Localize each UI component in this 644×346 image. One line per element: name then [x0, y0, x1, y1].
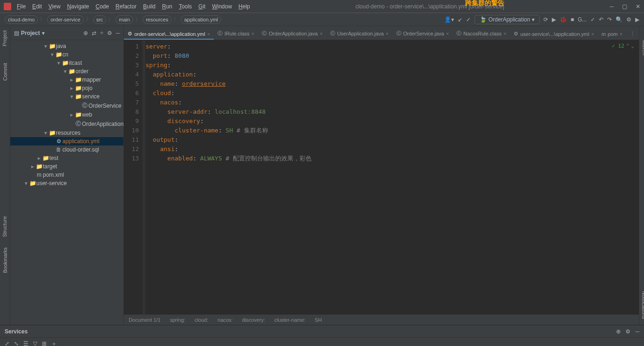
run-config-selector[interactable]: 🍃 OrderApplication ▾ — [475, 15, 540, 24]
collapse-icon[interactable]: ÷ — [100, 30, 103, 36]
tabs-more[interactable]: ⋮ — [626, 29, 639, 40]
user-icon[interactable]: 👤▾ — [444, 16, 454, 23]
maven-tool-button[interactable]: Maven — [641, 40, 644, 55]
tab-nacosrule-class[interactable]: ⒸNacosRule.class× — [453, 28, 510, 40]
search-icon[interactable]: 🔍 — [616, 16, 623, 23]
update-icon[interactable]: ↙ — [458, 16, 462, 23]
left-tool-stripe: Project Commit Structure Bookmarks — [0, 26, 10, 325]
minimize-icon[interactable]: ─ — [610, 3, 614, 10]
editor-tabs: ⚙order-service\...\application.yml×ⒸIRul… — [124, 26, 638, 40]
tree-item-user-service[interactable]: ▾📁user-service — [10, 179, 123, 187]
inspection-widget[interactable]: ✓ 12 ⌃ ⌄ — [612, 43, 634, 49]
tab-order-service-application-yml[interactable]: ⚙order-service\...\application.yml× — [124, 29, 214, 40]
tree-item-web[interactable]: ▸📁web — [10, 111, 123, 119]
menu-refactor[interactable]: Refactor — [115, 3, 136, 10]
tab-pom[interactable]: mpom× — [598, 29, 626, 40]
code-crumb[interactable]: nacos: — [217, 317, 232, 323]
menu-file[interactable]: File — [17, 3, 26, 10]
services-title: Services — [5, 328, 616, 335]
view-icon[interactable]: ⊞ — [42, 340, 47, 346]
tree-item-pom-xml[interactable]: mpom.xml — [10, 171, 123, 179]
notifications-tool-button[interactable]: Notifications — [641, 291, 644, 319]
tab-userapplication-java[interactable]: ⒸUserApplication.java× — [326, 28, 393, 40]
tree-item-pojo[interactable]: ▸📁pojo — [10, 84, 123, 92]
tree-item-application-yml[interactable]: ⚙application.yml — [10, 137, 123, 145]
close-icon[interactable]: ✕ — [636, 3, 640, 10]
menu-window[interactable]: Window — [212, 3, 232, 10]
hide-icon[interactable]: ─ — [116, 30, 120, 36]
project-tree[interactable]: ▾📁java▾📁cn▾📁itcast▾📁order▸📁mapper▸📁pojo▾… — [10, 40, 123, 325]
hide-icon[interactable]: ─ — [635, 328, 639, 335]
tree-item-orderapplication[interactable]: ⒸOrderApplication — [10, 119, 123, 129]
tree-item-cloud-order-sql[interactable]: 🗎cloud-order.sql — [10, 145, 123, 154]
code-crumb[interactable]: Document 1/1 — [129, 317, 160, 323]
group-icon[interactable]: ☰ — [23, 340, 28, 346]
settings-icon[interactable]: ⚙ — [626, 16, 631, 23]
code-lines[interactable]: server: port: 8080spring: application: n… — [145, 40, 638, 314]
menu-view[interactable]: View — [48, 3, 61, 10]
tree-item-target[interactable]: ▸📁target — [10, 162, 123, 171]
reload-icon[interactable]: ⟳ — [543, 16, 548, 23]
gear-icon[interactable]: ⚙ — [107, 30, 112, 36]
expand-all-icon[interactable]: ⤢ — [5, 340, 9, 346]
right-tool-stripe: Maven Notifications — [639, 26, 644, 325]
gear-icon[interactable]: ⚙ — [625, 328, 630, 335]
crumb-1[interactable]: order-service — [47, 15, 83, 24]
tree-item-java[interactable]: ▾📁java — [10, 42, 123, 50]
tree-item-cn[interactable]: ▾📁cn — [10, 50, 123, 59]
tree-item-test[interactable]: ▸📁test — [10, 154, 123, 162]
commit-tool-button[interactable]: Commit — [2, 63, 8, 81]
stop-icon[interactable]: ■ — [570, 16, 574, 23]
menu-build[interactable]: Build — [143, 3, 156, 10]
filter-icon[interactable]: ▽ — [33, 340, 37, 346]
code-crumb[interactable]: spring: — [170, 317, 185, 323]
tab-irule-class[interactable]: ⒸIRule.class× — [214, 28, 258, 40]
maximize-icon[interactable]: ▢ — [622, 3, 627, 10]
menu-help[interactable]: Help — [238, 3, 250, 10]
back-nav-icon[interactable]: ↶ — [599, 16, 603, 23]
project-tool-window: ▤ Project ▾ ⊕ ⇄ ÷ ⚙ ─ ▾📁java▾📁cn▾📁itcast… — [10, 26, 124, 325]
menu-navigate[interactable]: Navigate — [67, 3, 89, 10]
tree-item-resources[interactable]: ▾📁resources — [10, 129, 123, 137]
tab-orderservice-java[interactable]: ⒸOrderService.java× — [393, 28, 453, 40]
git-icon[interactable]: G... — [578, 16, 587, 23]
code-editor[interactable]: ✓ 12 ⌃ ⌄ 12345678910111213 server: port:… — [124, 40, 638, 314]
code-crumb[interactable]: cloud: — [195, 317, 208, 323]
menu-edit[interactable]: Edit — [32, 3, 42, 10]
debug-icon[interactable]: 🐞 — [560, 16, 567, 23]
breadcrumb-bar[interactable]: Document 1/1spring:cloud:nacos:discovery… — [124, 314, 638, 325]
menu-code[interactable]: Code — [95, 3, 109, 10]
code-crumb[interactable]: SH — [315, 317, 322, 323]
run-icon[interactable]: ▶ — [552, 16, 556, 23]
select-target-icon[interactable]: ⊕ — [83, 30, 88, 36]
chevron-down-icon[interactable]: ▾ — [42, 30, 45, 36]
tree-item-order[interactable]: ▾📁order — [10, 67, 123, 76]
menu-tools[interactable]: Tools — [179, 3, 192, 10]
tree-item-itcast[interactable]: ▾📁itcast — [10, 59, 123, 67]
code-crumb[interactable]: discovery: — [242, 317, 265, 323]
tree-item-service[interactable]: ▾📁service — [10, 92, 123, 101]
bookmarks-tool-button[interactable]: Bookmarks — [2, 247, 8, 273]
menu-run[interactable]: Run — [162, 3, 172, 10]
check-icon[interactable]: ✓ — [590, 16, 595, 23]
menu-git[interactable]: Git — [198, 3, 205, 10]
target-icon[interactable]: ⊕ — [616, 328, 621, 335]
commit-icon[interactable]: ✓ — [466, 16, 471, 23]
structure-tool-button[interactable]: Structure — [2, 216, 8, 237]
tree-item-mapper[interactable]: ▸📁mapper — [10, 76, 123, 84]
project-tool-button[interactable]: Project — [2, 30, 8, 46]
crumb-3[interactable]: main — [115, 15, 133, 24]
tab-orderapplication-java[interactable]: ⒸOrderApplication.java× — [258, 28, 326, 40]
crumb-2[interactable]: src — [93, 15, 107, 24]
code-crumb[interactable]: cluster-name: — [274, 317, 305, 323]
crumb-4[interactable]: resources — [142, 15, 171, 24]
collapse-all-icon[interactable]: ⤡ — [14, 340, 19, 346]
tree-item-orderservice[interactable]: ⒸOrderService — [10, 101, 123, 111]
play-icon[interactable]: ▶ — [635, 16, 639, 23]
crumb-5[interactable]: application.yml — [181, 15, 221, 24]
tab-user-service-application-yml[interactable]: ⚙user-service\...\application.yml× — [510, 29, 597, 40]
forward-nav-icon[interactable]: ↷ — [607, 16, 612, 23]
expand-icon[interactable]: ⇄ — [92, 30, 96, 36]
crumb-0[interactable]: cloud-demo — [5, 15, 38, 24]
add-icon[interactable]: ＋ — [51, 340, 57, 346]
